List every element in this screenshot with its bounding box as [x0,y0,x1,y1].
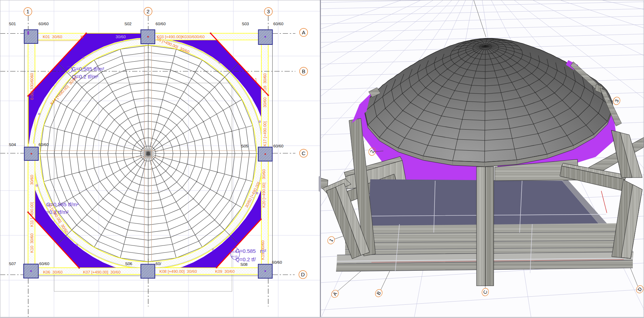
svg-text:1: 1 [26,8,29,14]
svg-text:K01 30/60: K01 30/60 [43,35,62,39]
svg-text:30/60: 30/60 [263,97,267,108]
svg-text:60/60: 60/60 [39,262,49,266]
svg-text:S03: S03 [242,22,249,26]
svg-text:G=0.585 tf/m²: G=0.585 tf/m² [46,201,78,207]
svg-text:60/: 60/ [156,262,162,266]
svg-text:S08: S08 [240,262,247,267]
svg-text:K18 30/60: K18 30/60 [263,73,267,93]
svg-text:S04: S04 [9,143,16,147]
svg-text:60/60: 60/60 [272,260,282,264]
svg-text:30/60: 30/60 [116,35,126,39]
svg-text:D: D [301,271,305,277]
svg-text:30/60: 30/60 [30,175,34,185]
svg-text:60/60: 60/60 [273,144,283,148]
svg-text:C: C [302,150,306,156]
svg-text:d=15: d=15 [231,255,238,258]
svg-text:S07: S07 [9,262,16,266]
svg-text:60/60: 60/60 [156,22,166,26]
svg-text:K20 [+490.00]: K20 [+490.00] [262,182,266,208]
svg-text:K: K [81,35,83,39]
svg-text:K17 [+490.00]: K17 [+490.00] [263,121,267,146]
svg-text:2: 2 [146,8,149,14]
svg-text:3: 3 [267,8,270,14]
svg-text:K03 [+490.00]K030/600/60: K03 [+490.00]K030/600/60 [157,35,205,39]
svg-text:=0.2 tf/m²: =0.2 tf/m² [46,209,69,215]
svg-text:K07 [+490.00] 30/60: K07 [+490.00] 30/60 [83,270,121,274]
svg-text:G=0.585 tf/m²: G=0.585 tf/m² [72,66,104,72]
svg-text:K09 30/60: K09 30/60 [215,269,235,274]
svg-text:⌀132: ⌀132 [231,250,238,253]
svg-text:S06: S06 [125,262,132,266]
svg-text:S05: S05 [241,144,248,148]
svg-text:S01: S01 [9,22,16,26]
svg-text:1: 1 [255,77,257,82]
svg-text:K11 [+490.00]: K11 [+490.00] [30,202,34,227]
svg-text:K06 30/60: K06 30/60 [43,270,63,274]
svg-text:A: A [302,29,305,35]
svg-text:0.00] 330/6060: 0.00] 330/6060 [30,73,34,100]
svg-text:60/60: 60/60 [39,143,49,147]
svg-text:m²: m² [260,248,266,254]
svg-text:K08 [+490.00] 30/60: K08 [+490.00] 30/60 [159,269,197,274]
svg-text:S02: S02 [124,22,131,26]
svg-text:Q=0.2 tf/m²: Q=0.2 tf/m² [72,74,98,80]
svg-text:60/60: 60/60 [273,22,283,26]
svg-text:K10 30/60: K10 30/60 [30,233,34,253]
svg-text:G=0.585: G=0.585 [235,248,256,254]
svg-text:60/60: 60/60 [39,22,49,26]
svg-text:30/60: 30/60 [262,169,266,179]
svg-text:B: B [302,68,305,74]
